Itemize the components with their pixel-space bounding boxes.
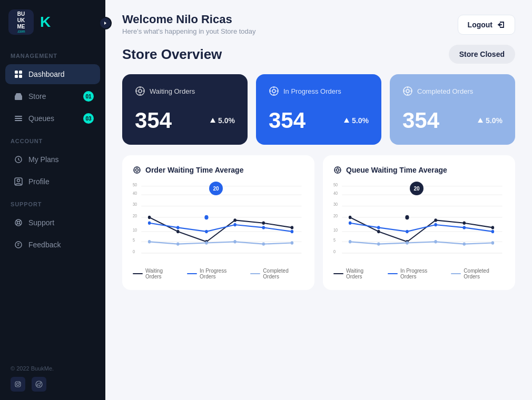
svg-text:40: 40: [133, 191, 137, 196]
legend-queue-completed-line: [451, 273, 461, 274]
sidebar-item-profile[interactable]: Profile: [5, 172, 100, 192]
section-management-label: Management: [0, 44, 105, 63]
svg-rect-9: [15, 120, 22, 121]
sidebar-item-myplans[interactable]: My Plans: [5, 149, 100, 169]
legend-queue-inprogress-line: [388, 273, 398, 274]
svg-rect-8: [15, 118, 22, 119]
store-icon: [14, 92, 23, 101]
svg-text:0: 0: [333, 249, 336, 254]
chart-queue-waiting: Queue Waiting Time Average 20 0 5 10 20 …: [323, 155, 515, 290]
legend-completed-line: [250, 273, 260, 274]
card-completed-value: 354: [402, 108, 439, 133]
svg-rect-4: [19, 75, 22, 78]
sidebar-item-feedback[interactable]: Feedback: [5, 235, 100, 255]
svg-point-87: [233, 240, 236, 243]
queues-icon: [14, 114, 23, 123]
svg-point-88: [262, 242, 265, 245]
sidebar-item-store[interactable]: Store 01: [5, 86, 100, 106]
charts-row: Order Waiting Time Average 20 0 5 10 20 …: [122, 155, 515, 290]
legend-waiting-line: [133, 273, 143, 274]
trend-up-icon-3: [477, 117, 484, 124]
sidebar-item-label-store: Store: [28, 92, 46, 101]
card-completed-header: Completed Orders: [402, 86, 503, 96]
svg-point-116: [349, 216, 351, 219]
logo-letter-bu: BU: [17, 12, 25, 17]
logo-letter-uk: UK: [17, 18, 25, 23]
sidebar-item-label-myplans: My Plans: [28, 155, 59, 164]
plans-icon: [14, 155, 23, 164]
svg-point-121: [491, 226, 494, 229]
svg-rect-6: [17, 97, 20, 99]
svg-point-76: [291, 226, 293, 229]
chart-order-title: Order Waiting Time Average: [133, 166, 304, 174]
legend-inprogress-line: [187, 273, 197, 274]
svg-point-79: [205, 230, 208, 233]
svg-point-32: [272, 89, 275, 93]
svg-text:30: 30: [133, 202, 137, 207]
card-inprogress-trend: 5.0%: [343, 116, 369, 125]
svg-text:10: 10: [333, 227, 338, 233]
sidebar-item-label-profile: Profile: [28, 177, 50, 186]
svg-point-91: [337, 169, 339, 172]
card-completed-trend: 5.0%: [477, 116, 503, 125]
svg-point-126: [434, 223, 437, 226]
card-waiting-header: Waiting Orders: [135, 86, 235, 96]
chart-order-legend: Waiting Orders In Progress Orders Comple…: [133, 268, 304, 279]
svg-point-131: [406, 241, 408, 244]
svg-point-89: [291, 241, 293, 244]
svg-point-127: [463, 226, 466, 229]
svg-point-123: [349, 222, 351, 225]
svg-point-132: [434, 240, 437, 243]
card-waiting-trend: 5.0%: [210, 116, 235, 125]
svg-rect-7: [15, 116, 22, 117]
card-completed-orders: Completed Orders 354 5.0%: [390, 74, 515, 145]
svg-point-39: [406, 89, 409, 93]
card-inprogress-body: 354 5.0%: [269, 108, 369, 133]
svg-text:20: 20: [133, 213, 137, 218]
card-inprogress-value: 354: [269, 108, 306, 133]
svg-rect-2: [19, 71, 22, 74]
chart-order-tooltip: 20: [209, 182, 223, 195]
trend-up-icon-2: [343, 117, 350, 124]
telegram-icon[interactable]: [32, 377, 46, 392]
support-icon: [14, 218, 23, 227]
profile-icon: [14, 177, 23, 186]
svg-text:5: 5: [133, 238, 135, 243]
topbar: Welcome Nilo Ricas Here's what's happeni…: [105, 0, 532, 41]
svg-point-80: [233, 223, 236, 226]
sidebar-item-queues[interactable]: Queues 03: [5, 108, 100, 128]
svg-marker-0: [104, 22, 106, 25]
inprogress-orders-icon: [269, 86, 279, 96]
logout-button[interactable]: Logout: [458, 15, 515, 35]
sidebar-toggle-button[interactable]: [99, 17, 112, 29]
card-waiting-value: 354: [135, 108, 172, 133]
instagram-icon[interactable]: [11, 377, 25, 392]
store-status-button[interactable]: Store Closed: [449, 45, 515, 64]
sidebar-item-support[interactable]: Support: [5, 213, 100, 233]
sidebar-item-dashboard[interactable]: Dashboard: [5, 64, 100, 84]
card-inprogress-orders: In Progress Orders 354 5.0%: [256, 74, 381, 145]
svg-point-19: [15, 242, 22, 248]
svg-point-133: [463, 242, 466, 245]
chart-order-area: 20 0 5 10 20 30 40 50: [133, 181, 304, 265]
sidebar-item-label-queues: Queues: [28, 114, 54, 123]
section-header: Store Overview Store Closed: [122, 45, 515, 64]
page-title: Store Overview: [122, 46, 222, 63]
svg-text:20: 20: [333, 213, 338, 218]
svg-text:40: 40: [333, 191, 338, 196]
copyright-text: © 2022 BuukMe.: [11, 365, 95, 372]
social-links: [11, 377, 95, 392]
card-waiting-orders: Waiting Orders 354 5.0%: [122, 74, 248, 145]
logout-label: Logout: [468, 21, 492, 29]
svg-point-23: [36, 381, 42, 387]
svg-line-18: [19, 224, 21, 225]
svg-point-84: [148, 240, 151, 243]
grid-icon: [14, 69, 23, 79]
card-completed-label: Completed Orders: [417, 87, 473, 95]
svg-point-74: [233, 218, 236, 222]
main-content: Welcome Nilo Ricas Here's what's happeni…: [105, 0, 532, 400]
store-badge: 01: [83, 91, 94, 102]
svg-rect-3: [15, 75, 18, 78]
section-account-label: Account: [0, 129, 105, 148]
welcome-subtitle: Here's what's happening in yout Store to…: [122, 27, 256, 35]
